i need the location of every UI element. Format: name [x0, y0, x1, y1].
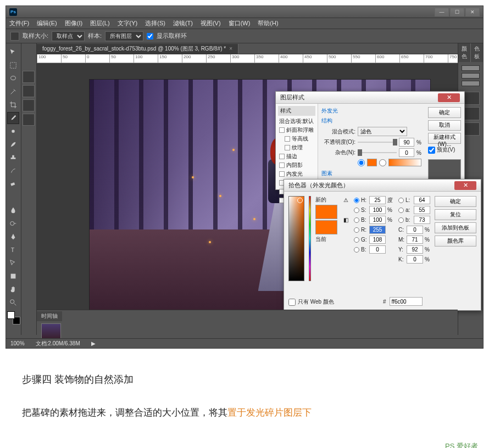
- menu-window[interactable]: 窗口(W): [229, 19, 251, 27]
- opacity-slider[interactable]: [358, 142, 397, 143]
- glow-color-swatch[interactable]: [367, 159, 377, 166]
- pen-tool[interactable]: [7, 231, 19, 243]
- picker-lib-button[interactable]: 颜色库: [435, 236, 476, 247]
- wand-tool[interactable]: [7, 86, 19, 98]
- sample-size-select[interactable]: 取样点: [52, 31, 85, 41]
- Y-input[interactable]: [407, 245, 423, 254]
- picker-add-button[interactable]: 添加到色板: [435, 222, 476, 233]
- menu-file[interactable]: 文件(F): [9, 19, 29, 27]
- ls-new-style-button[interactable]: 新建样式(W)...: [428, 133, 461, 144]
- L-radio[interactable]: [398, 198, 404, 203]
- noise-input[interactable]: [399, 148, 414, 157]
- h-radio[interactable]: [354, 198, 359, 203]
- stamp-tool[interactable]: [7, 152, 19, 164]
- gradient-tool[interactable]: [7, 191, 19, 203]
- picker-ok-button[interactable]: 确定: [435, 196, 476, 207]
- menu-filter[interactable]: 滤镜(T): [173, 19, 193, 27]
- menu-type[interactable]: 文字(Y): [118, 19, 138, 27]
- bb-radio[interactable]: [354, 247, 359, 253]
- marquee-tool[interactable]: [7, 59, 19, 71]
- status-arrow-icon[interactable]: ▶: [91, 340, 96, 346]
- hue-slider[interactable]: [309, 196, 311, 281]
- a-radio[interactable]: [398, 208, 404, 213]
- b2-radio[interactable]: [398, 217, 404, 223]
- ls-cancel-button[interactable]: 取消: [428, 120, 461, 131]
- noise-slider[interactable]: [358, 152, 397, 153]
- minimize-button[interactable]: —: [435, 8, 449, 16]
- eyedropper-tool[interactable]: [7, 112, 19, 124]
- M-input[interactable]: [407, 236, 423, 244]
- style-checkbox[interactable]: [279, 154, 285, 159]
- menu-layer[interactable]: 图层(L): [90, 19, 109, 27]
- h-input[interactable]: [369, 196, 386, 204]
- s-input[interactable]: [369, 206, 386, 214]
- b-input[interactable]: [369, 216, 386, 224]
- type-tool[interactable]: T: [7, 244, 19, 256]
- maximize-button[interactable]: ☐: [450, 8, 464, 16]
- brush-tool[interactable]: [7, 138, 19, 150]
- swatches-tab[interactable]: 色板: [471, 43, 484, 62]
- hex-input[interactable]: [390, 297, 423, 306]
- a-input[interactable]: [414, 206, 430, 214]
- style-item[interactable]: 内发光: [278, 170, 315, 178]
- r-input[interactable]: [369, 226, 386, 234]
- crop-tool[interactable]: [7, 99, 19, 111]
- move-tool[interactable]: [7, 46, 19, 58]
- web-warning-icon[interactable]: ◧: [342, 216, 349, 223]
- blend-mode-select[interactable]: 滤色: [358, 127, 407, 136]
- glow-grad-radio[interactable]: [379, 159, 386, 166]
- path-tool[interactable]: [7, 257, 19, 269]
- style-checkbox[interactable]: [279, 127, 285, 133]
- fg-color[interactable]: [7, 311, 15, 319]
- dodge-tool[interactable]: [7, 217, 19, 229]
- s-radio[interactable]: [354, 208, 359, 213]
- C-input[interactable]: [407, 226, 423, 234]
- tab-close-icon[interactable]: ×: [229, 46, 232, 52]
- picker-close[interactable]: ✕: [454, 181, 476, 190]
- style-item[interactable]: 描边: [278, 152, 315, 161]
- gamut-warning-icon[interactable]: ⚠: [342, 196, 349, 204]
- glow-gradient[interactable]: [388, 159, 421, 166]
- menu-edit[interactable]: 编辑(E): [37, 19, 57, 27]
- menu-view[interactable]: 视图(V): [201, 19, 221, 27]
- style-item[interactable]: 内阴影: [278, 161, 315, 170]
- picker-reset-button[interactable]: 复位: [435, 209, 476, 220]
- ls-preview-check[interactable]: 预览(V): [428, 146, 461, 154]
- aux-button-4[interactable]: [23, 114, 35, 126]
- zoom-label[interactable]: 100%: [10, 340, 25, 346]
- menu-help[interactable]: 帮助(H): [258, 19, 278, 27]
- ls-ok-button[interactable]: 确定: [428, 107, 461, 118]
- blur-tool[interactable]: [7, 204, 19, 216]
- hand-tool[interactable]: [7, 283, 19, 295]
- show-ring-checkbox[interactable]: [147, 33, 153, 40]
- style-checkbox[interactable]: [285, 136, 290, 142]
- current-color-swatch[interactable]: [315, 220, 337, 234]
- menu-image[interactable]: 图像(I): [65, 19, 82, 27]
- timeline-tab[interactable]: 时间轴: [37, 311, 62, 321]
- frame-thumb[interactable]: [41, 323, 61, 339]
- color-slider-r[interactable]: [462, 65, 480, 71]
- r-radio[interactable]: [354, 227, 359, 233]
- close-button[interactable]: ✕: [465, 8, 480, 16]
- color-tab[interactable]: 颜色: [458, 43, 471, 62]
- g-input[interactable]: [369, 236, 386, 244]
- b-radio[interactable]: [354, 217, 359, 223]
- color-slider-g[interactable]: [462, 73, 480, 79]
- menu-select[interactable]: 选择(S): [145, 19, 165, 27]
- aux-button-2[interactable]: [23, 85, 35, 97]
- g-radio[interactable]: [354, 237, 359, 243]
- b2-input[interactable]: [414, 216, 430, 224]
- picker-title[interactable]: 拾色器（外发光颜色） ✕: [284, 180, 481, 192]
- K-input[interactable]: [407, 255, 423, 264]
- style-checkbox[interactable]: [285, 145, 290, 150]
- color-slider-b[interactable]: [462, 81, 480, 86]
- aux-button-3[interactable]: [23, 99, 35, 111]
- style-checkbox[interactable]: [279, 171, 285, 177]
- heal-tool[interactable]: [7, 125, 19, 137]
- bb-input[interactable]: [369, 245, 386, 254]
- opacity-input[interactable]: [399, 138, 414, 147]
- shape-tool[interactable]: [7, 270, 19, 282]
- color-field[interactable]: [288, 196, 304, 281]
- glow-color-radio[interactable]: [358, 159, 365, 166]
- lasso-tool[interactable]: [7, 72, 19, 85]
